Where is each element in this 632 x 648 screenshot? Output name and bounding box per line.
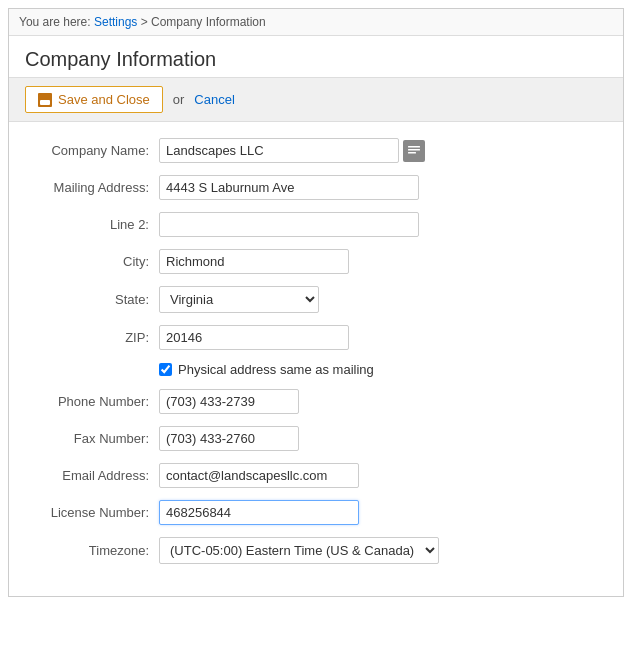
page-title: Company Information bbox=[25, 48, 607, 71]
zip-label: ZIP: bbox=[29, 330, 159, 345]
fax-input[interactable] bbox=[159, 426, 299, 451]
email-label: Email Address: bbox=[29, 468, 159, 483]
timezone-row: Timezone: (UTC-12:00) International Date… bbox=[29, 537, 603, 564]
email-row: Email Address: bbox=[29, 463, 603, 488]
breadcrumb: You are here: Settings > Company Informa… bbox=[9, 9, 623, 36]
physical-same-row: Physical address same as mailing bbox=[29, 362, 603, 377]
license-label: License Number: bbox=[29, 505, 159, 520]
state-label: State: bbox=[29, 292, 159, 307]
fax-row: Fax Number: bbox=[29, 426, 603, 451]
save-close-button[interactable]: Save and Close bbox=[25, 86, 163, 113]
toolbar-or: or bbox=[173, 92, 185, 107]
zip-row: ZIP: bbox=[29, 325, 603, 350]
breadcrumb-separator: > bbox=[141, 15, 151, 29]
mailing-address-row: Mailing Address: bbox=[29, 175, 603, 200]
multiline-edit-icon[interactable] bbox=[403, 140, 425, 162]
mailing-address-input[interactable] bbox=[159, 175, 419, 200]
phone-label: Phone Number: bbox=[29, 394, 159, 409]
license-input[interactable] bbox=[159, 500, 359, 525]
form-section: Company Name: Mailing Address: Line 2: bbox=[9, 122, 623, 596]
phone-input[interactable] bbox=[159, 389, 299, 414]
city-input[interactable] bbox=[159, 249, 349, 274]
cancel-link[interactable]: Cancel bbox=[194, 92, 234, 107]
breadcrumb-current: Company Information bbox=[151, 15, 266, 29]
line2-label: Line 2: bbox=[29, 217, 159, 232]
fax-label: Fax Number: bbox=[29, 431, 159, 446]
toolbar: Save and Close or Cancel bbox=[9, 77, 623, 122]
company-name-wrapper bbox=[159, 138, 425, 163]
timezone-label: Timezone: bbox=[29, 543, 159, 558]
page-header: Company Information bbox=[9, 36, 623, 77]
save-close-label: Save and Close bbox=[58, 92, 150, 107]
physical-same-label: Physical address same as mailing bbox=[178, 362, 374, 377]
company-name-row: Company Name: bbox=[29, 138, 603, 163]
save-icon bbox=[38, 93, 52, 107]
breadcrumb-settings-link[interactable]: Settings bbox=[94, 15, 137, 29]
svg-rect-2 bbox=[408, 152, 416, 154]
state-row: State: AlabamaAlaskaArizonaArkansasCalif… bbox=[29, 286, 603, 313]
multiline-svg bbox=[407, 144, 421, 158]
breadcrumb-prefix: You are here: bbox=[19, 15, 94, 29]
line2-input[interactable] bbox=[159, 212, 419, 237]
license-row: License Number: bbox=[29, 500, 603, 525]
state-select[interactable]: AlabamaAlaskaArizonaArkansasCaliforniaCo… bbox=[159, 286, 319, 313]
svg-rect-1 bbox=[408, 149, 420, 151]
city-row: City: bbox=[29, 249, 603, 274]
zip-input[interactable] bbox=[159, 325, 349, 350]
email-input[interactable] bbox=[159, 463, 359, 488]
city-label: City: bbox=[29, 254, 159, 269]
phone-row: Phone Number: bbox=[29, 389, 603, 414]
company-name-input[interactable] bbox=[159, 138, 399, 163]
line2-row: Line 2: bbox=[29, 212, 603, 237]
svg-rect-0 bbox=[408, 146, 420, 148]
mailing-address-label: Mailing Address: bbox=[29, 180, 159, 195]
timezone-select[interactable]: (UTC-12:00) International Date Line West… bbox=[159, 537, 439, 564]
physical-same-checkbox[interactable] bbox=[159, 363, 172, 376]
company-name-label: Company Name: bbox=[29, 143, 159, 158]
